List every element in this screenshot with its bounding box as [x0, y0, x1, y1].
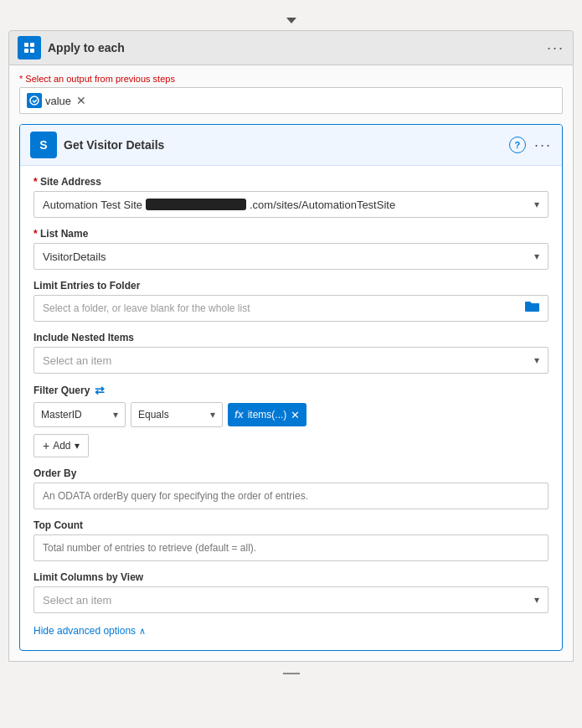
- top-count-input[interactable]: [33, 534, 549, 561]
- inner-card-menu[interactable]: ···: [534, 137, 552, 154]
- limit-columns-dropdown[interactable]: Select an item ▾: [33, 586, 549, 613]
- order-by-input[interactable]: [33, 483, 549, 509]
- sharepoint-icon: S: [30, 132, 57, 158]
- hide-advanced-label: Hide advanced options: [33, 625, 136, 637]
- list-name-group: * List Name VisitorDetails ▾: [33, 228, 549, 270]
- include-nested-dropdown[interactable]: Select an item ▾: [33, 347, 549, 374]
- filter-token: fx items(...) ✕: [228, 403, 306, 426]
- fx-icon: fx: [234, 409, 244, 421]
- site-address-dropdown[interactable]: Automation Test Site .com/sites/Automati…: [33, 191, 549, 218]
- limit-columns-value: Select an item: [43, 594, 111, 607]
- filter-operator-value: Equals: [138, 409, 169, 421]
- list-name-chevron: ▾: [534, 250, 539, 262]
- limit-columns-group: Limit Columns by View Select an item ▾: [33, 571, 549, 613]
- add-button-container: + Add ▾: [33, 434, 549, 457]
- top-count-label: Top Count: [33, 519, 549, 531]
- limit-entries-label: Limit Entries to Folder: [33, 280, 549, 292]
- inner-card-title: Get Visitor Details: [64, 138, 164, 152]
- site-address-label: * Site Address: [33, 176, 549, 188]
- plus-icon: +: [43, 439, 49, 452]
- value-token-label: value: [45, 95, 71, 107]
- include-nested-label: Include Nested Items: [33, 332, 549, 343]
- value-token-close[interactable]: ✕: [76, 94, 86, 107]
- site-address-chevron: ▾: [534, 199, 539, 210]
- limit-columns-chevron: ▾: [534, 594, 539, 606]
- value-token: value ✕: [27, 93, 86, 108]
- apply-each-menu[interactable]: ···: [547, 39, 564, 57]
- filter-operator-dropdown[interactable]: Equals ▾: [131, 402, 223, 427]
- include-nested-chevron: ▾: [534, 354, 539, 366]
- list-name-label: * List Name: [33, 228, 549, 240]
- filter-column-dropdown[interactable]: MasterID ▾: [33, 402, 126, 427]
- apply-each-icon: [18, 36, 41, 59]
- filter-query-group: Filter Query ⇄ MasterID ▾ Equals ▾: [33, 384, 549, 457]
- list-name-dropdown[interactable]: VisitorDetails ▾: [33, 243, 549, 270]
- get-visitor-details-card: S Get Visitor Details ? ··· * Site Addre…: [19, 124, 563, 651]
- value-token-icon: [27, 93, 42, 108]
- add-chevron: ▾: [75, 440, 80, 452]
- filter-query-label-row: Filter Query ⇄: [33, 384, 549, 397]
- filter-query-text: Filter Query: [33, 385, 90, 396]
- filter-row: MasterID ▾ Equals ▾ fx items(...) ✕: [33, 402, 549, 427]
- apply-each-title: Apply to each: [48, 41, 125, 54]
- chevron-up-icon: ∧: [139, 626, 146, 637]
- limit-entries-group: Limit Entries to Folder Select a folder,…: [33, 280, 549, 322]
- svg-point-4: [30, 96, 39, 105]
- filter-column-chevron: ▾: [113, 409, 118, 421]
- top-arrow: [8, 8, 574, 30]
- order-by-label: Order By: [33, 467, 549, 479]
- select-output-label: * Select an output from previous steps: [19, 74, 563, 84]
- swap-icon[interactable]: ⇄: [95, 384, 105, 397]
- order-by-group: Order By: [33, 467, 549, 509]
- bottom-arrow: [8, 662, 574, 677]
- site-address-group: * Site Address Automation Test Site .com…: [33, 176, 549, 218]
- svg-rect-0: [24, 43, 28, 47]
- filter-token-label: items(...): [248, 409, 287, 421]
- add-button-label: Add: [53, 440, 70, 452]
- apply-each-body: * Select an output from previous steps v…: [8, 65, 574, 662]
- limit-entries-input[interactable]: Select a folder, or leave blank for the …: [33, 295, 549, 322]
- filter-column-value: MasterID: [41, 409, 82, 421]
- include-nested-value: Select an item: [43, 354, 111, 367]
- add-button[interactable]: + Add ▾: [33, 434, 89, 457]
- list-name-value: VisitorDetails: [43, 250, 106, 263]
- svg-rect-3: [30, 49, 34, 53]
- svg-rect-1: [30, 43, 34, 47]
- filter-operator-chevron: ▾: [210, 409, 215, 421]
- token-input[interactable]: value ✕: [19, 87, 563, 114]
- svg-rect-5: [283, 673, 300, 674]
- filter-token-close[interactable]: ✕: [291, 409, 300, 421]
- include-nested-group: Include Nested Items Select an item ▾: [33, 332, 549, 374]
- hide-advanced-link[interactable]: Hide advanced options ∧: [33, 625, 549, 637]
- help-button[interactable]: ?: [509, 137, 526, 153]
- limit-entries-placeholder: Select a folder, or leave blank for the …: [43, 302, 250, 314]
- top-count-group: Top Count: [33, 519, 549, 561]
- site-address-value: Automation Test Site .com/sites/Automati…: [43, 199, 395, 211]
- limit-columns-label: Limit Columns by View: [33, 571, 549, 583]
- inner-card-header: S Get Visitor Details ? ···: [20, 125, 562, 166]
- svg-rect-2: [24, 49, 28, 53]
- apply-each-header: Apply to each ···: [8, 30, 574, 65]
- inner-card-body: * Site Address Automation Test Site .com…: [20, 166, 562, 650]
- redacted-bar: [146, 199, 246, 210]
- folder-icon: [524, 300, 539, 317]
